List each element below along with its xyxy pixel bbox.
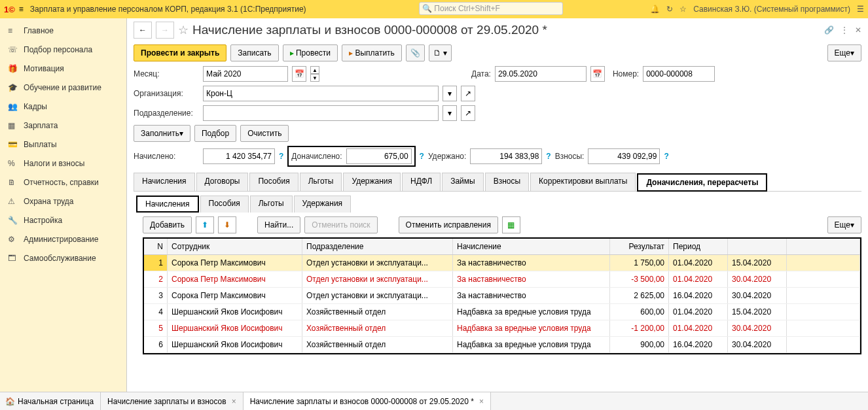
post-button[interactable]: ▸ Провести: [283, 44, 338, 61]
sidebar-item[interactable]: ⚙Администрирование: [0, 230, 126, 248]
date-calendar-icon[interactable]: 📅: [590, 66, 605, 82]
search-input[interactable]: 🔍 Поиск Ctrl+Shift+F: [419, 2, 563, 15]
calendar-icon[interactable]: 📅: [292, 66, 306, 82]
bottom-tab[interactable]: Начисление зарплаты и взносов×: [101, 392, 244, 410]
withheld-label: Удержано:: [428, 152, 466, 161]
favorite-icon[interactable]: ☆: [178, 23, 189, 37]
month-up[interactable]: ▲: [310, 66, 319, 74]
pay-button[interactable]: ▸ Выплатить: [342, 44, 402, 61]
org-open[interactable]: ↗: [461, 86, 475, 101]
clear-button[interactable]: Очистить: [240, 125, 289, 142]
sidebar-item[interactable]: %Налоги и взносы: [0, 154, 126, 173]
sidebar-item[interactable]: 🎓Обучение и развитие: [0, 78, 126, 97]
tab[interactable]: Пособия: [249, 173, 298, 191]
col-accrual[interactable]: Начисление: [453, 239, 610, 254]
link-icon[interactable]: 🔗: [824, 26, 834, 35]
subtab[interactable]: Удержания: [294, 196, 352, 213]
tab[interactable]: Займы: [442, 173, 484, 191]
subtab[interactable]: Начисления: [136, 196, 199, 213]
sidebar-label: Настройка: [24, 216, 62, 225]
sidebar-item[interactable]: 🗎Отчетность, справки: [0, 173, 126, 192]
sidebar-icon: 🎁: [8, 64, 24, 73]
find-button[interactable]: Найти...: [257, 216, 300, 233]
sidebar-item[interactable]: ≡Главное: [0, 21, 126, 40]
month-down[interactable]: ▼: [310, 74, 319, 82]
add-row-button[interactable]: Добавить: [143, 216, 192, 233]
dep-dropdown[interactable]: ▾: [443, 105, 457, 121]
subtab[interactable]: Пособия: [200, 196, 249, 213]
fill-button[interactable]: Заполнить ▾: [134, 125, 190, 142]
tab[interactable]: Договоры: [196, 173, 249, 191]
columns-button[interactable]: ▦: [502, 216, 520, 233]
move-down-button[interactable]: ⬇: [218, 216, 236, 233]
sidebar-icon: 🎓: [8, 83, 24, 92]
tab[interactable]: Взносы: [485, 173, 529, 191]
col-employee[interactable]: Сотрудник: [168, 239, 302, 254]
sidebar-item[interactable]: 👥Кадры: [0, 97, 126, 116]
help-icon[interactable]: ?: [664, 152, 668, 161]
settings-icon[interactable]: ☰: [857, 5, 864, 14]
cancel-corrections-button[interactable]: Отменить исправления: [399, 216, 498, 233]
sidebar-item[interactable]: ☏Подбор персонала: [0, 40, 126, 59]
sidebar-item[interactable]: 🗔Самообслуживание: [0, 248, 126, 267]
sidebar-item[interactable]: ⚠Охрана труда: [0, 192, 126, 211]
col-department[interactable]: Подразделение: [302, 239, 453, 254]
dep-open[interactable]: ↗: [461, 105, 475, 121]
move-up-button[interactable]: ⬆: [196, 216, 214, 233]
table-more-button[interactable]: Еще ▾: [827, 216, 861, 233]
history-icon[interactable]: ↻: [666, 5, 673, 14]
sidebar-item[interactable]: 🎁Мотивация: [0, 59, 126, 78]
attach-button[interactable]: 📎: [406, 44, 425, 61]
bottom-tab-active[interactable]: Начисление зарплаты и взносов 0000-00000…: [244, 392, 491, 410]
table-row[interactable]: 6Шершанский Яков ИосифовичХозяйственный …: [144, 337, 860, 353]
tab[interactable]: Начисления: [134, 173, 195, 191]
table-row[interactable]: 5Шершанский Яков ИосифовичХозяйственный …: [144, 320, 860, 337]
bell-icon[interactable]: 🔔: [650, 5, 660, 14]
save-button[interactable]: Записать: [230, 44, 278, 61]
sidebar-item[interactable]: 🔧Настройка: [0, 211, 126, 230]
dep-field[interactable]: [203, 105, 439, 121]
select-button[interactable]: Подбор: [194, 125, 236, 142]
more-menu-icon[interactable]: ⋮: [841, 26, 848, 35]
back-button[interactable]: ←: [134, 22, 152, 39]
sidebar-icon: 🗔: [8, 254, 24, 263]
month-field[interactable]: [203, 66, 288, 82]
sidebar-icon: ⚠: [8, 197, 24, 206]
tab[interactable]: Льготы: [300, 173, 342, 191]
col-result[interactable]: Результат: [610, 239, 669, 254]
tab[interactable]: Доначисления, перерасчеты: [637, 173, 767, 192]
star-icon[interactable]: ☆: [679, 5, 687, 14]
tab[interactable]: Корректировки выплаты: [530, 173, 636, 191]
sidebar-label: Зарплата: [24, 121, 58, 130]
sidebar-icon: %: [8, 159, 24, 168]
sidebar-item[interactable]: ▦Зарплата: [0, 116, 126, 135]
help-icon[interactable]: ?: [420, 152, 424, 161]
table-row[interactable]: 3Сорока Петр МаксимовичОтдел установки и…: [144, 288, 860, 304]
table-row[interactable]: 2Сорока Петр МаксимовичОтдел установки и…: [144, 271, 860, 288]
org-field[interactable]: [203, 86, 439, 101]
subtab[interactable]: Льготы: [250, 196, 293, 213]
number-field[interactable]: [643, 66, 715, 82]
tab[interactable]: НДФЛ: [402, 173, 441, 191]
help-icon[interactable]: ?: [279, 152, 283, 161]
reports-button[interactable]: 🗋 ▾: [429, 44, 452, 61]
user-label[interactable]: Савинская З.Ю. (Системный программист): [693, 5, 850, 14]
col-period[interactable]: Период: [669, 239, 728, 254]
home-tab[interactable]: 🏠 Начальная страница: [0, 392, 101, 410]
org-dropdown[interactable]: ▾: [443, 86, 457, 101]
post-and-close-button[interactable]: Провести и закрыть: [134, 44, 226, 61]
sidebar-item[interactable]: 💳Выплаты: [0, 135, 126, 154]
forward-button[interactable]: →: [156, 22, 174, 39]
close-icon[interactable]: ✕: [855, 26, 861, 35]
col-n[interactable]: N: [144, 239, 168, 254]
tab[interactable]: Удержания: [343, 173, 401, 191]
menu-icon[interactable]: ≡: [19, 5, 24, 14]
date-field[interactable]: [495, 66, 587, 82]
help-icon[interactable]: ?: [546, 152, 551, 161]
close-icon[interactable]: ×: [479, 397, 484, 406]
close-icon[interactable]: ×: [232, 397, 236, 406]
more-button[interactable]: Еще ▾: [827, 44, 861, 61]
sidebar-label: Охрана труда: [24, 197, 74, 206]
table-row[interactable]: 4Шершанский Яков ИосифовичХозяйственный …: [144, 304, 860, 320]
table-row[interactable]: 1Сорока Петр МаксимовичОтдел установки и…: [144, 255, 860, 271]
